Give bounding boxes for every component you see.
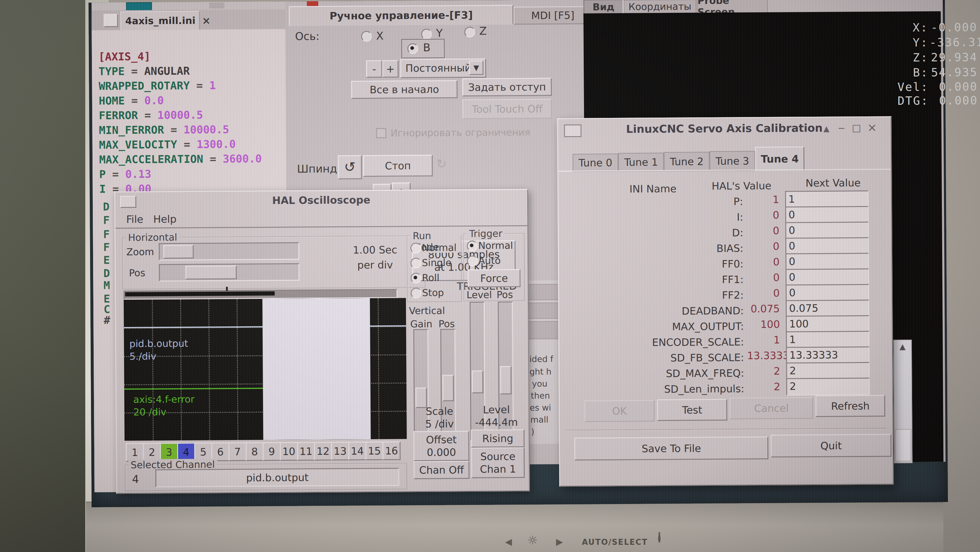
home-all-button[interactable]: Все в начало xyxy=(351,80,457,99)
tab-probe-screen[interactable]: Probe Screen xyxy=(697,0,768,13)
brightness-icon[interactable]: ☼ xyxy=(527,533,538,547)
param-next-entry[interactable]: 1 xyxy=(786,331,870,349)
pos-slider[interactable] xyxy=(159,263,299,281)
tab-tune-4[interactable]: Tune 4 xyxy=(755,146,804,171)
zoom-slider[interactable] xyxy=(159,242,299,260)
param-next-entry[interactable]: 13.33333 xyxy=(786,346,870,365)
test-button[interactable]: Test xyxy=(657,399,727,421)
tab-dro[interactable]: Координаты xyxy=(624,0,696,14)
tab-manual-control[interactable]: Ручное управление-[F3] xyxy=(289,5,514,26)
param-next-entry[interactable]: 1 xyxy=(785,190,869,208)
pos-slider-handle[interactable] xyxy=(185,265,237,279)
source-button[interactable]: Source Chan 1 xyxy=(471,447,525,478)
channel-button-12[interactable]: 12 xyxy=(314,442,332,460)
tab-mdi[interactable]: MDI [F5] xyxy=(514,6,592,25)
radio-run-single[interactable] xyxy=(410,258,421,268)
spindle-reverse-button[interactable]: ↺ xyxy=(338,155,362,179)
rising-button[interactable]: Rising xyxy=(471,429,525,447)
radio-axis-z[interactable] xyxy=(464,27,475,38)
ignore-limits-checkbox[interactable] xyxy=(376,128,386,138)
rotate-cw-icon[interactable]: ↻ xyxy=(436,156,447,171)
param-next-entry[interactable]: 0.075 xyxy=(786,300,869,318)
radio-trigger-auto[interactable] xyxy=(467,255,478,266)
new-file-icon[interactable] xyxy=(103,14,118,27)
monitor-right-button[interactable]: ▶ xyxy=(556,536,563,547)
vertical-pos-slider-handle[interactable] xyxy=(442,375,454,401)
trigger-pos-slider-handle[interactable] xyxy=(500,366,512,394)
channel-button-4[interactable]: 4 xyxy=(177,443,195,462)
channel-button-11[interactable]: 11 xyxy=(297,442,315,460)
gain-slider-handle[interactable] xyxy=(415,388,427,408)
tab-tune-0[interactable]: Tune 0 xyxy=(573,154,618,172)
channel-button-13[interactable]: 13 xyxy=(331,442,349,460)
power-icon[interactable] xyxy=(658,535,660,543)
toolbar-icon[interactable] xyxy=(209,2,224,8)
channel-button-8[interactable]: 8 xyxy=(246,442,264,461)
cancel-button[interactable]: Cancel xyxy=(730,397,813,419)
param-next-entry[interactable]: 0 xyxy=(785,222,869,240)
param-next-entry[interactable]: 0 xyxy=(786,237,869,255)
selected-channel-signal-entry[interactable]: pid.b.output xyxy=(155,468,399,487)
radio-trigger-normal[interactable] xyxy=(467,241,478,251)
quit-button[interactable]: Quit xyxy=(771,434,891,457)
channel-button-1[interactable]: 1 xyxy=(126,443,144,462)
channel-button-14[interactable]: 14 xyxy=(348,442,366,460)
param-next-entry[interactable]: 0 xyxy=(786,268,869,287)
editor-tab[interactable]: 4axis_mill.ini × xyxy=(120,11,200,30)
app-icon[interactable] xyxy=(126,2,152,11)
channel-button-10[interactable]: 10 xyxy=(280,442,298,460)
channel-button-15[interactable]: 15 xyxy=(365,442,383,460)
param-next-entry[interactable]: 0 xyxy=(786,253,869,271)
radio-run-stop[interactable] xyxy=(411,288,422,298)
spindle-stop-button[interactable]: Стоп xyxy=(363,155,433,177)
param-next-entry[interactable]: 0 xyxy=(786,284,869,302)
param-next-entry[interactable]: 2 xyxy=(786,362,870,380)
channel-button-3[interactable]: 3 xyxy=(160,443,178,462)
trigger-level-slider-handle[interactable] xyxy=(472,371,483,393)
zoom-slider-handle[interactable] xyxy=(163,245,194,259)
radio-axis-x[interactable] xyxy=(361,31,372,42)
channel-button-16[interactable]: 16 xyxy=(382,441,401,460)
tab-preview[interactable]: Вид xyxy=(583,0,624,15)
menu-help[interactable]: Help xyxy=(153,213,177,225)
monitor-left-button[interactable]: ◀ xyxy=(505,536,512,547)
force-button[interactable]: Force xyxy=(468,269,520,287)
scrollbar[interactable]: ▲ xyxy=(893,339,913,463)
scrollbar-thumb[interactable] xyxy=(895,429,912,462)
tab-tune-3[interactable]: Tune 3 xyxy=(710,151,755,171)
refresh-button[interactable]: Refresh xyxy=(816,395,885,417)
menu-file[interactable]: File xyxy=(126,213,143,225)
tool-touch-off-button[interactable]: Tool Touch Off xyxy=(462,99,552,119)
param-next-entry[interactable]: 0 xyxy=(785,206,869,224)
channel-button-9[interactable]: 9 xyxy=(263,442,281,461)
oscilloscope-titlebar[interactable]: HAL Oscilloscope xyxy=(115,190,527,210)
offset-button[interactable]: Offset 0.000 xyxy=(414,431,469,461)
channel-button-5[interactable]: 5 xyxy=(194,443,212,461)
save-to-file-button[interactable]: Save To File xyxy=(574,436,768,460)
channel-button-2[interactable]: 2 xyxy=(143,443,161,462)
radio-run-roll[interactable] xyxy=(410,273,421,284)
shade-icon[interactable]: ▲ xyxy=(820,124,833,133)
radio-axis-y[interactable] xyxy=(421,29,432,40)
close-icon[interactable]: × xyxy=(865,121,878,134)
channel-button-7[interactable]: 7 xyxy=(229,443,247,461)
jog-plus-button[interactable]: + xyxy=(382,60,398,78)
combobox-arrow-button[interactable]: ▼ xyxy=(469,60,484,75)
calibration-titlebar[interactable]: LinuxCNC Servo Axis Calibration ▲ − □ × xyxy=(558,117,891,140)
jog-minus-button[interactable]: - xyxy=(366,60,382,78)
scope-display[interactable]: pid.b.output 5./div axis:4.f-error 20 /d… xyxy=(124,298,407,441)
chan-off-button[interactable]: Chan Off xyxy=(414,461,469,479)
tab-tune-2[interactable]: Tune 2 xyxy=(664,152,710,171)
touch-off-button[interactable]: Задать отступ xyxy=(462,78,552,96)
minimize-icon[interactable]: − xyxy=(835,123,848,133)
radio-axis-b[interactable] xyxy=(407,43,418,54)
maximize-icon[interactable]: □ xyxy=(850,122,863,133)
radio-run-normal[interactable] xyxy=(410,243,421,254)
tab-tune-1[interactable]: Tune 1 xyxy=(618,153,664,171)
scroll-up-icon[interactable]: ▲ xyxy=(894,342,911,351)
jog-mode-combobox[interactable]: Постоянный ▼ xyxy=(400,59,486,78)
tab-close-icon[interactable]: × xyxy=(202,14,211,26)
param-next-entry[interactable]: 2 xyxy=(786,378,870,396)
param-next-entry[interactable]: 100 xyxy=(786,315,869,333)
channel-button-6[interactable]: 6 xyxy=(212,443,229,461)
